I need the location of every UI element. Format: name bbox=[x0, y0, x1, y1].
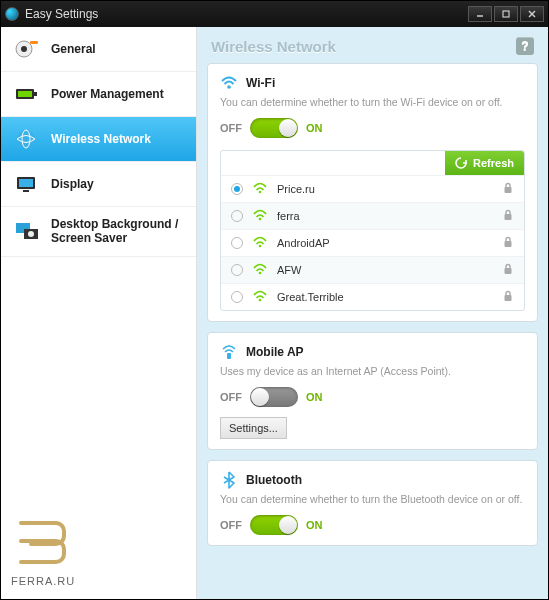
svg-rect-6 bbox=[30, 41, 38, 44]
wifi-on-label: ON bbox=[306, 122, 323, 134]
lock-icon bbox=[502, 209, 514, 223]
power-icon bbox=[13, 82, 41, 106]
wireless-icon bbox=[13, 127, 41, 151]
svg-rect-14 bbox=[23, 190, 29, 192]
svg-rect-13 bbox=[19, 179, 33, 187]
network-name: AndroidAP bbox=[277, 237, 492, 249]
bluetooth-icon bbox=[220, 471, 238, 489]
bluetooth-title: Bluetooth bbox=[246, 473, 302, 487]
svg-point-17 bbox=[28, 231, 34, 237]
lock-icon bbox=[502, 263, 514, 277]
mobile-ap-toggle-row: OFF ON bbox=[220, 387, 525, 407]
titlebar[interactable]: Easy Settings bbox=[1, 1, 548, 27]
svg-rect-26 bbox=[505, 268, 512, 274]
lock-icon bbox=[502, 182, 514, 196]
svg-point-18 bbox=[227, 85, 231, 89]
close-button[interactable] bbox=[520, 6, 544, 22]
bluetooth-desc: You can determine whether to turn the Bl… bbox=[220, 493, 525, 505]
network-name: AFW bbox=[277, 264, 492, 276]
wifi-icon bbox=[220, 74, 238, 92]
wifi-toggle-row: OFF ON bbox=[220, 118, 525, 138]
signal-icon bbox=[253, 263, 267, 277]
svg-rect-29 bbox=[227, 353, 231, 359]
refresh-label: Refresh bbox=[473, 157, 514, 169]
signal-icon bbox=[253, 209, 267, 223]
wifi-off-label: OFF bbox=[220, 122, 242, 134]
svg-rect-20 bbox=[505, 187, 512, 193]
wifi-network-row[interactable]: AndroidAP bbox=[221, 229, 524, 256]
sidebar-item-desktop[interactable]: Desktop Background / Screen Saver bbox=[1, 207, 196, 257]
signal-icon bbox=[253, 290, 267, 304]
wifi-network-row[interactable]: Great.Terrible bbox=[221, 283, 524, 310]
svg-rect-1 bbox=[503, 11, 509, 17]
svg-rect-24 bbox=[505, 241, 512, 247]
sidebar-item-label: Power Management bbox=[51, 87, 184, 101]
sidebar-item-label: Desktop Background / Screen Saver bbox=[51, 217, 184, 246]
watermark-text: FERRA.RU bbox=[11, 575, 186, 587]
sidebar-item-wireless[interactable]: Wireless Network bbox=[1, 117, 196, 162]
refresh-button[interactable]: Refresh bbox=[445, 151, 524, 175]
network-name: Great.Terrible bbox=[277, 291, 492, 303]
bluetooth-card: Bluetooth You can determine whether to t… bbox=[207, 460, 538, 546]
sidebar-item-label: General bbox=[51, 42, 184, 56]
wifi-card: Wi-Fi You can determine whether to turn … bbox=[207, 63, 538, 322]
network-radio[interactable] bbox=[231, 210, 243, 222]
mobile-ap-on-label: ON bbox=[306, 391, 323, 403]
sidebar-item-power[interactable]: Power Management bbox=[1, 72, 196, 117]
signal-icon bbox=[253, 236, 267, 250]
network-radio[interactable] bbox=[231, 183, 243, 195]
page-title: Wireless Network bbox=[211, 38, 336, 55]
lock-icon bbox=[502, 290, 514, 304]
mobile-ap-desc: Uses my device as an Internet AP (Access… bbox=[220, 365, 525, 377]
svg-point-21 bbox=[259, 218, 262, 221]
wifi-network-row[interactable]: Price.ru bbox=[221, 175, 524, 202]
bluetooth-toggle-row: OFF ON bbox=[220, 515, 525, 535]
wifi-network-row[interactable]: ferra bbox=[221, 202, 524, 229]
mobile-ap-title: Mobile AP bbox=[246, 345, 304, 359]
svg-point-10 bbox=[17, 130, 35, 148]
wifi-networks: Refresh Price.ruferraAndroidAPAFWGreat.T… bbox=[220, 150, 525, 311]
bluetooth-toggle[interactable] bbox=[250, 515, 298, 535]
signal-icon bbox=[253, 182, 267, 196]
bluetooth-off-label: OFF bbox=[220, 519, 242, 531]
help-button[interactable]: ? bbox=[516, 37, 534, 55]
content-header: Wireless Network ? bbox=[207, 35, 538, 63]
mobile-ap-card: Mobile AP Uses my device as an Internet … bbox=[207, 332, 538, 450]
mobile-ap-toggle[interactable] bbox=[250, 387, 298, 407]
maximize-button[interactable] bbox=[494, 6, 518, 22]
refresh-icon bbox=[455, 157, 467, 169]
network-radio[interactable] bbox=[231, 291, 243, 303]
svg-point-25 bbox=[259, 272, 262, 275]
display-icon bbox=[13, 172, 41, 196]
svg-point-23 bbox=[259, 245, 262, 248]
network-name: ferra bbox=[277, 210, 492, 222]
svg-rect-22 bbox=[505, 214, 512, 220]
svg-rect-9 bbox=[18, 91, 32, 97]
wifi-toggle[interactable] bbox=[250, 118, 298, 138]
network-radio[interactable] bbox=[231, 264, 243, 276]
app-icon bbox=[5, 7, 19, 21]
bluetooth-on-label: ON bbox=[306, 519, 323, 531]
wifi-title: Wi-Fi bbox=[246, 76, 275, 90]
sidebar-item-label: Wireless Network bbox=[51, 132, 184, 146]
body: General Power Management Wireless Networ… bbox=[1, 27, 548, 599]
lock-icon bbox=[502, 236, 514, 250]
svg-point-27 bbox=[259, 299, 262, 302]
svg-point-5 bbox=[21, 46, 27, 52]
general-icon bbox=[13, 37, 41, 61]
wifi-desc: You can determine whether to turn the Wi… bbox=[220, 96, 525, 108]
sidebar-item-general[interactable]: General bbox=[1, 27, 196, 72]
content-area: Wireless Network ? Wi-Fi You can determi… bbox=[197, 27, 548, 599]
network-radio[interactable] bbox=[231, 237, 243, 249]
sidebar-item-display[interactable]: Display bbox=[1, 162, 196, 207]
wifi-network-row[interactable]: AFW bbox=[221, 256, 524, 283]
app-window: Easy Settings General Power Management bbox=[0, 0, 549, 600]
network-name: Price.ru bbox=[277, 183, 492, 195]
mobile-ap-off-label: OFF bbox=[220, 391, 242, 403]
mobile-ap-icon bbox=[220, 343, 238, 361]
svg-point-19 bbox=[259, 191, 262, 194]
mobile-ap-settings-button[interactable]: Settings... bbox=[220, 417, 287, 439]
minimize-button[interactable] bbox=[468, 6, 492, 22]
sidebar: General Power Management Wireless Networ… bbox=[1, 27, 197, 599]
svg-rect-28 bbox=[505, 295, 512, 301]
